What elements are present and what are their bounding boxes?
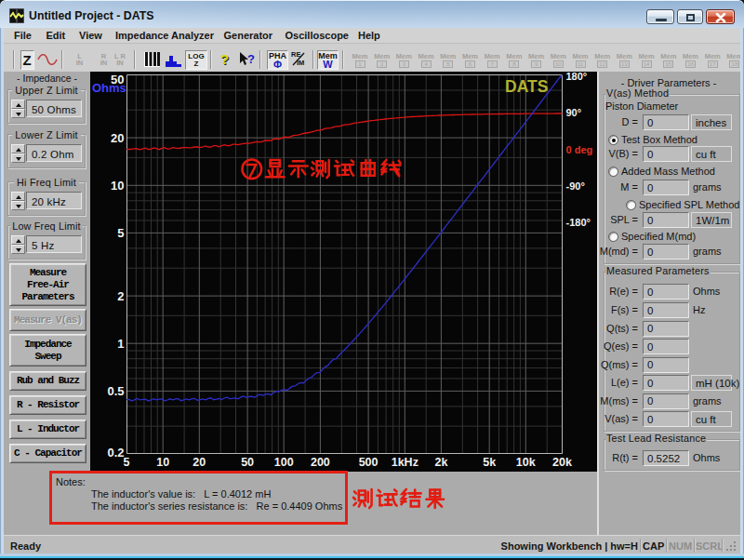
- svg-text:20k: 20k: [552, 456, 572, 469]
- svg-text:5k: 5k: [483, 456, 496, 469]
- svg-text:-180°: -180°: [566, 217, 591, 228]
- svg-text:2k: 2k: [434, 456, 447, 469]
- svg-text:500: 500: [359, 456, 379, 469]
- svg-text:10: 10: [111, 179, 124, 193]
- svg-text:5: 5: [117, 226, 124, 240]
- svg-text:0.5: 0.5: [107, 384, 124, 398]
- svg-text:0.2: 0.2: [107, 446, 124, 460]
- svg-text:100: 100: [274, 456, 294, 469]
- svg-text:2: 2: [117, 289, 124, 303]
- svg-text:0 deg: 0 deg: [566, 144, 593, 155]
- svg-text:-90°: -90°: [566, 180, 585, 192]
- svg-text:20: 20: [193, 456, 206, 469]
- svg-text:10: 10: [156, 456, 169, 469]
- svg-text:Ohms: Ohms: [92, 81, 126, 95]
- svg-text:10k: 10k: [516, 456, 536, 469]
- svg-text:90°: 90°: [566, 107, 582, 118]
- svg-text:?: ?: [247, 52, 255, 66]
- svg-text:180°: 180°: [566, 72, 588, 82]
- svg-text:200: 200: [311, 456, 330, 469]
- svg-text:1kHz: 1kHz: [392, 456, 418, 469]
- svg-text:1: 1: [117, 337, 124, 351]
- svg-text:5: 5: [124, 456, 130, 469]
- svg-text:50: 50: [241, 456, 254, 469]
- svg-text:20: 20: [111, 131, 124, 145]
- svg-text:DATS: DATS: [505, 77, 548, 96]
